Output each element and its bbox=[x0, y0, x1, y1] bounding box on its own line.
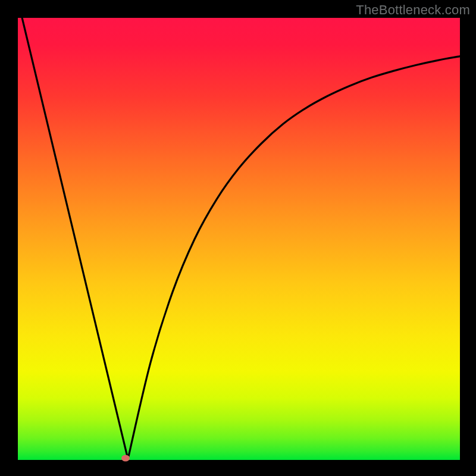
minimum-marker bbox=[121, 455, 130, 462]
curve-svg bbox=[18, 18, 460, 460]
curve-left-branch bbox=[18, 0, 128, 459]
watermark-text: TheBottleneck.com bbox=[356, 2, 470, 18]
chart-container: TheBottleneck.com bbox=[0, 0, 476, 476]
plot-area bbox=[18, 18, 460, 460]
curve-right-branch bbox=[128, 57, 460, 459]
